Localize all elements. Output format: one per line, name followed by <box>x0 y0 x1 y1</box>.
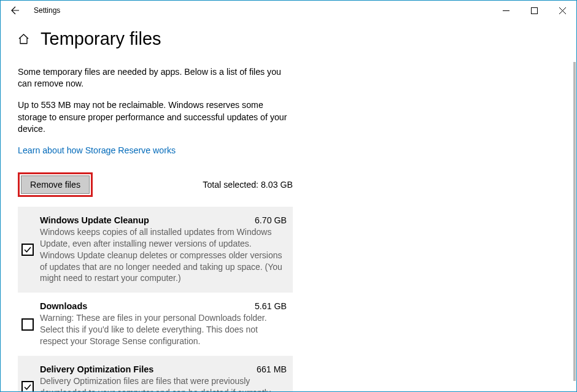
maximize-icon <box>531 7 538 14</box>
checkbox[interactable] <box>21 318 34 331</box>
remove-files-button[interactable]: Remove files <box>21 175 90 194</box>
item-description: Warning: These are files in your persona… <box>40 312 287 347</box>
item-title: Delivery Optimization Files <box>40 364 153 374</box>
close-icon <box>559 7 566 14</box>
list-item: Downloads5.61 GBWarning: These are files… <box>18 293 293 356</box>
maximize-button[interactable] <box>520 1 548 20</box>
item-size: 5.61 GB <box>255 301 287 311</box>
item-size: 6.70 GB <box>255 215 287 225</box>
info-text-1: Some temporary files are needed by apps.… <box>18 66 294 90</box>
check-icon <box>23 245 32 254</box>
item-description: Windows keeps copies of all installed up… <box>40 226 287 284</box>
app-title: Settings <box>34 6 60 15</box>
check-icon <box>23 383 32 391</box>
checkbox[interactable] <box>21 381 34 392</box>
list-item: Windows Update Cleanup6.70 GBWindows kee… <box>18 207 293 293</box>
back-arrow-icon <box>10 6 20 15</box>
svg-rect-0 <box>531 7 537 13</box>
item-description: Delivery Optimization files are files th… <box>40 375 287 392</box>
total-selected-text: Total selected: 8.03 GB <box>203 180 293 190</box>
scrollbar[interactable] <box>573 62 576 381</box>
learn-link[interactable]: Learn about how Storage Reserve works <box>18 145 176 155</box>
back-button[interactable] <box>6 1 25 20</box>
item-title: Downloads <box>40 301 87 311</box>
item-size: 661 MB <box>257 364 287 374</box>
info-text-2: Up to 553 MB may not be reclaimable. Win… <box>18 99 294 135</box>
remove-button-highlight: Remove files <box>18 172 93 197</box>
minimize-button[interactable] <box>492 1 520 20</box>
page-title: Temporary files <box>41 29 161 49</box>
list-item: Delivery Optimization Files661 MBDeliver… <box>18 356 293 392</box>
home-icon[interactable] <box>18 33 29 45</box>
minimize-icon <box>503 7 509 14</box>
close-button[interactable] <box>548 1 576 20</box>
item-title: Windows Update Cleanup <box>40 215 149 225</box>
checkbox[interactable] <box>21 244 34 256</box>
